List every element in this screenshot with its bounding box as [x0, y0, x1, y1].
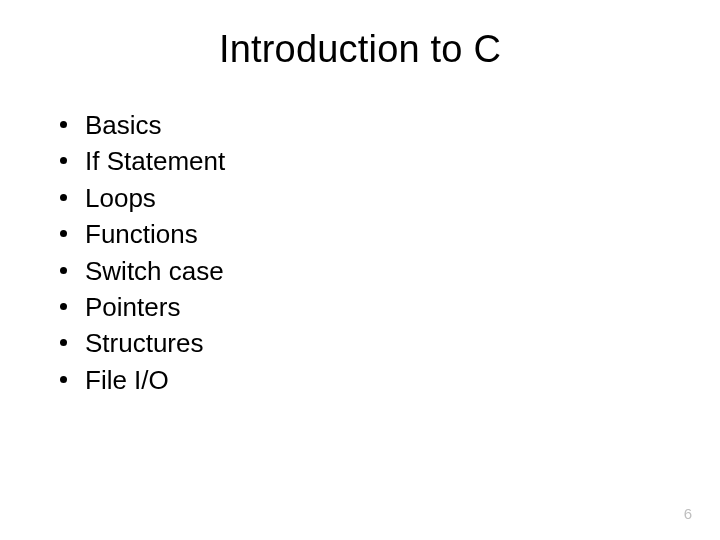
list-item: If Statement	[60, 143, 670, 179]
page-number: 6	[684, 505, 692, 522]
bullet-icon	[60, 376, 67, 383]
bullet-text: Pointers	[85, 289, 180, 325]
bullet-icon	[60, 267, 67, 274]
bullet-text: Switch case	[85, 253, 224, 289]
bullet-text: File I/O	[85, 362, 169, 398]
bullet-icon	[60, 339, 67, 346]
list-item: Functions	[60, 216, 670, 252]
bullet-text: If Statement	[85, 143, 225, 179]
list-item: Loops	[60, 180, 670, 216]
bullet-icon	[60, 303, 67, 310]
list-item: File I/O	[60, 362, 670, 398]
list-item: Structures	[60, 325, 670, 361]
bullet-icon	[60, 121, 67, 128]
list-item: Basics	[60, 107, 670, 143]
list-item: Pointers	[60, 289, 670, 325]
bullet-text: Basics	[85, 107, 162, 143]
bullet-text: Functions	[85, 216, 198, 252]
bullet-text: Loops	[85, 180, 156, 216]
list-item: Switch case	[60, 253, 670, 289]
slide-title: Introduction to C	[50, 28, 670, 71]
bullet-list: Basics If Statement Loops Functions Swit…	[50, 107, 670, 398]
bullet-icon	[60, 230, 67, 237]
slide-container: Introduction to C Basics If Statement Lo…	[0, 0, 720, 540]
bullet-icon	[60, 194, 67, 201]
bullet-icon	[60, 157, 67, 164]
bullet-text: Structures	[85, 325, 204, 361]
